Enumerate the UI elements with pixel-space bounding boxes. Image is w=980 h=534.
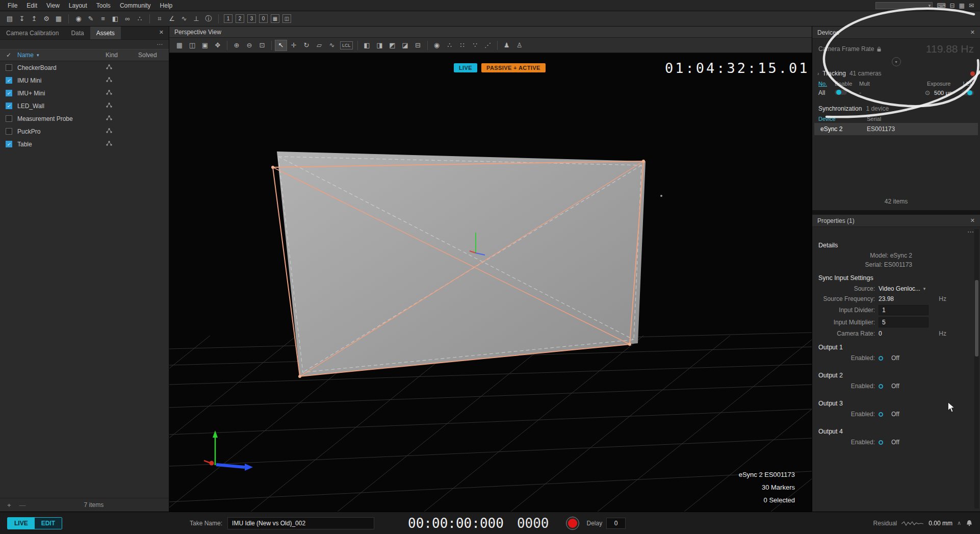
asset-checkbox[interactable]: [6, 64, 12, 71]
menu-help[interactable]: Help: [156, 1, 177, 10]
menu-file[interactable]: File: [3, 1, 22, 10]
properties-scrollbar[interactable]: [974, 229, 979, 508]
notifications-bell-icon[interactable]: [966, 520, 973, 526]
marker-tool-icon[interactable]: ∴: [134, 13, 145, 24]
sticks-visible-icon[interactable]: ∵: [469, 40, 481, 51]
frame-rate-expander-button[interactable]: ▾: [892, 57, 901, 66]
asset-checkbox[interactable]: [6, 128, 12, 135]
mask-icon[interactable]: ◧: [110, 13, 121, 24]
asset-checkbox[interactable]: ✓: [6, 141, 12, 147]
menu-community[interactable]: Community: [115, 1, 156, 10]
tab-assets[interactable]: Assets: [90, 27, 121, 39]
output-1-enabled-toggle[interactable]: [879, 356, 883, 361]
zoom-out-icon[interactable]: ⊖: [243, 40, 255, 51]
menu-tools[interactable]: Tools: [92, 1, 115, 10]
column-exposure[interactable]: Exposure: [927, 81, 959, 87]
live-badge[interactable]: LIVE: [454, 63, 477, 72]
chevron-up-icon[interactable]: ∧: [957, 520, 961, 526]
tracking-mode-badge[interactable]: PASSIVE + ACTIVE: [481, 63, 546, 72]
column-enable[interactable]: Enable: [835, 81, 859, 87]
asset-checkbox[interactable]: ✓: [6, 90, 12, 96]
measure-icon[interactable]: ⌗: [154, 13, 165, 24]
link-icon[interactable]: ∞: [122, 13, 133, 24]
edit-mode-button[interactable]: EDIT: [35, 518, 62, 529]
column-kind[interactable]: Kind: [106, 52, 138, 59]
skeleton-icon[interactable]: ♟: [501, 40, 513, 51]
column-led[interactable]: LED: [959, 81, 974, 87]
input-divider-field[interactable]: [879, 305, 929, 315]
all-cameras-row[interactable]: All - ⊙ 500 µs: [812, 88, 980, 98]
cube-icon[interactable]: ◫: [186, 40, 198, 51]
asset-row[interactable]: ✓ Table: [0, 138, 169, 150]
close-icon[interactable]: ✕: [970, 217, 975, 224]
zoom-in-icon[interactable]: ⊕: [230, 40, 243, 51]
camera-group-3-icon[interactable]: ◩: [386, 40, 399, 51]
asset-row[interactable]: ✓ IMU Mini: [0, 74, 169, 87]
input-multiplier-field[interactable]: [879, 317, 929, 327]
camera-group-4-icon[interactable]: ◪: [399, 40, 411, 51]
mail-icon[interactable]: ✉: [969, 2, 974, 9]
tab-data[interactable]: Data: [65, 27, 90, 39]
zoom-fit-icon[interactable]: ⊡: [256, 40, 268, 51]
layout-3-icon[interactable]: 3: [247, 14, 256, 23]
visibility-eye-icon[interactable]: ◉: [431, 40, 443, 51]
settings-gear-icon[interactable]: ⚙: [41, 13, 52, 24]
column-mult[interactable]: Mult: [859, 81, 878, 87]
asset-row[interactable]: ✓ LED_Wall: [0, 99, 169, 112]
esync-device-row[interactable]: eSync 2 ES001173: [814, 123, 978, 135]
remove-asset-button[interactable]: —: [19, 501, 26, 509]
camera-group-5-icon[interactable]: ⊟: [412, 40, 424, 51]
layers-icon[interactable]: ≡: [97, 13, 109, 24]
markers-visible-icon[interactable]: ∴: [444, 40, 456, 51]
delay-input[interactable]: [606, 518, 626, 529]
asset-row[interactable]: PuckPro: [0, 125, 169, 138]
stats-icon[interactable]: ▦: [959, 2, 965, 9]
tracking-mode-icon[interactable]: ✥: [212, 40, 224, 51]
asset-checkbox[interactable]: ✓: [6, 77, 12, 84]
column-serial[interactable]: Serial: [867, 116, 974, 122]
led-toggle[interactable]: [962, 90, 974, 95]
asset-checkbox[interactable]: ✓: [6, 103, 12, 109]
labels-visible-icon[interactable]: ∷: [456, 40, 469, 51]
close-icon[interactable]: ✕: [154, 27, 169, 39]
column-solved[interactable]: Solved: [138, 52, 169, 59]
layout-2-icon[interactable]: 2: [236, 14, 244, 23]
camera-view-icon[interactable]: ▣: [199, 40, 211, 51]
scale-icon[interactable]: ▱: [313, 40, 325, 51]
exposure-value[interactable]: 500 µs: [934, 90, 962, 96]
asset-row[interactable]: Measurement Probe: [0, 112, 169, 125]
open-file-icon[interactable]: ▤: [4, 13, 15, 24]
graph-icon[interactable]: ∿: [326, 40, 338, 51]
tab-camera-calibration[interactable]: Camera Calibration: [0, 27, 65, 39]
chevron-down-icon[interactable]: ▾: [923, 286, 926, 291]
signal-icon[interactable]: ∿: [178, 13, 190, 24]
menu-edit[interactable]: Edit: [22, 1, 42, 10]
rotate-icon[interactable]: ↻: [300, 40, 313, 51]
layout-grid-icon[interactable]: ▦: [271, 14, 279, 23]
layout-0-icon[interactable]: 0: [259, 14, 268, 23]
info-icon[interactable]: ⓘ: [203, 13, 214, 24]
grid-snap-icon[interactable]: ▦: [173, 40, 186, 51]
tracking-group-row[interactable]: › Tracking 41 cameras: [812, 68, 980, 79]
source-select[interactable]: Video Genloc...: [879, 285, 920, 292]
export-icon[interactable]: ↥: [29, 13, 40, 24]
menu-layout[interactable]: Layout: [64, 1, 92, 10]
rays-visible-icon[interactable]: ⋰: [482, 40, 494, 51]
edit-tool-icon[interactable]: ✎: [85, 13, 96, 24]
asset-row[interactable]: CheckerBoard: [0, 61, 169, 74]
angle-icon[interactable]: ∠: [166, 13, 177, 24]
record-button[interactable]: [566, 517, 579, 529]
column-name[interactable]: Name▾: [17, 52, 106, 59]
display-icon[interactable]: ⊟: [950, 2, 955, 9]
quick-access-field[interactable]: ▾: [875, 2, 933, 9]
column-device[interactable]: Device: [818, 116, 867, 122]
translate-icon[interactable]: ✛: [288, 40, 300, 51]
column-no[interactable]: No.: [818, 81, 835, 87]
keyboard-icon[interactable]: ⌨: [937, 2, 945, 9]
check-all-icon[interactable]: ✓: [0, 52, 17, 59]
layout-1-icon[interactable]: 1: [224, 14, 233, 23]
output-4-enabled-toggle[interactable]: [879, 440, 883, 445]
select-icon[interactable]: ↖: [275, 40, 287, 51]
camera-icon[interactable]: ◉: [73, 13, 84, 24]
asset-checkbox[interactable]: [6, 115, 12, 122]
